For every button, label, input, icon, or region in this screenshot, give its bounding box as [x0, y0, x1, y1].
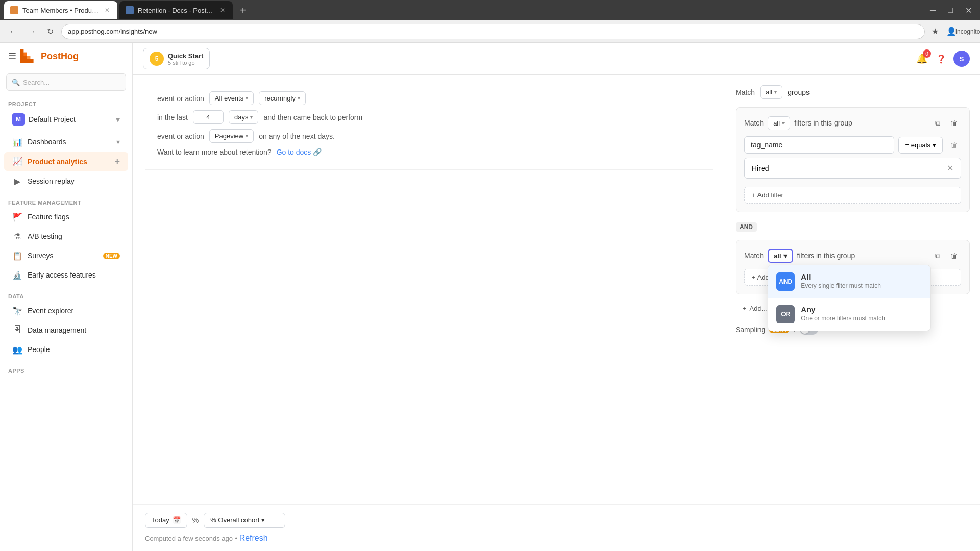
tab-2[interactable]: Retention - Docs - PostHog ✕	[119, 1, 233, 19]
project-selector[interactable]: M Default Project ▾	[8, 110, 124, 129]
product-analytics-icon: 📈	[12, 157, 22, 167]
go-to-docs-label: Go to docs	[277, 148, 311, 156]
today-button[interactable]: Today 📅	[145, 513, 187, 528]
tag-name-delete-button[interactable]: 🗑	[947, 138, 961, 152]
equals-chevron-icon: ▾	[933, 141, 936, 149]
sidebar-item-early-access[interactable]: 🔬 Early access features	[4, 266, 128, 284]
group1-match-chevron: ▾	[782, 120, 785, 126]
back-button[interactable]: ←	[6, 24, 20, 39]
search-bar[interactable]: 🔍 Search...	[6, 73, 126, 91]
sidebar-item-product-analytics[interactable]: 📈 Product analytics +	[4, 152, 128, 171]
browser-chrome: Team Members • Product analy... ✕ Retent…	[0, 0, 980, 43]
all-events-select[interactable]: All events ▾	[209, 91, 254, 105]
quick-start-button[interactable]: 5 Quick Start 5 still to go	[143, 48, 210, 69]
group2-filters-label: filters in this group	[797, 252, 855, 260]
sidebar-item-dashboards[interactable]: 📊 Dashboards ▾	[4, 133, 128, 151]
hamburger-button[interactable]: ☰	[8, 51, 16, 62]
tab-1[interactable]: Team Members • Product analy... ✕	[4, 1, 117, 19]
go-to-docs-link[interactable]: Go to docs 🔗	[277, 148, 322, 156]
logo: PostHog	[20, 49, 79, 63]
tab-2-close[interactable]: ✕	[218, 6, 227, 14]
all-events-value: All events	[215, 94, 243, 102]
sidebar-item-session-replay[interactable]: ▶ Session replay	[4, 172, 128, 190]
url-text: app.posthog.com/insights/new	[68, 28, 157, 35]
help-button[interactable]: ❓	[935, 53, 947, 65]
equals-operator-value: = equals	[905, 141, 930, 149]
maximize-button[interactable]: □	[944, 4, 957, 17]
group2-match-button[interactable]: all ▾	[768, 249, 793, 263]
dropdown-item-all[interactable]: AND All Every single filter must match	[768, 265, 930, 298]
group2-copy-button[interactable]: ⧉	[930, 248, 945, 263]
sidebar-item-ab-testing[interactable]: ⚗ A/B testing	[4, 227, 128, 245]
sidebar-item-feature-flags[interactable]: 🚩 Feature flags	[4, 208, 128, 226]
group2-match-dropdown: all ▾ AND All Every single filter must m…	[768, 249, 793, 263]
sidebar-item-data-management[interactable]: 🗄 Data management	[4, 321, 128, 339]
refresh-link[interactable]: Refresh	[239, 534, 268, 542]
feature-flags-icon: 🚩	[12, 212, 22, 222]
sidebar-item-surveys[interactable]: 📋 Surveys NEW	[4, 246, 128, 265]
tab-1-close[interactable]: ✕	[103, 6, 111, 14]
dashboards-chevron-icon: ▾	[116, 138, 120, 146]
product-analytics-add-icon[interactable]: +	[114, 156, 120, 167]
search-placeholder: Search...	[23, 79, 50, 86]
sidebar-item-people-label: People	[28, 345, 50, 354]
equals-operator-select[interactable]: = equals ▾	[898, 137, 943, 154]
today-label: Today	[152, 516, 169, 524]
sidebar-item-dashboards-label: Dashboards	[28, 138, 66, 146]
dropdown-any-title: Any	[801, 305, 885, 314]
group1-match-label: Match	[744, 119, 764, 127]
event-explorer-icon: 🔭	[12, 306, 22, 316]
pageview-select[interactable]: Pageview ▾	[209, 129, 254, 143]
quick-start-icon: 5	[150, 52, 164, 66]
hired-remove-button[interactable]: ✕	[947, 163, 953, 173]
days-number-input[interactable]	[193, 110, 224, 124]
days-unit-select[interactable]: days ▾	[229, 110, 258, 124]
match-all-select-1[interactable]: all ▾	[760, 85, 782, 99]
dropdown-all-text: All Every single filter must match	[801, 272, 881, 289]
notifications-button[interactable]: 🔔 0	[915, 52, 929, 66]
group1-copy-button[interactable]: ⧉	[930, 116, 945, 130]
nav-bar: ← → ↻ app.posthog.com/insights/new ★ 👤 I…	[0, 20, 980, 43]
new-tab-button[interactable]: +	[235, 2, 251, 18]
group1-add-filter-label: + Add filter	[752, 191, 783, 199]
tag-name-input[interactable]	[744, 136, 894, 154]
address-bar[interactable]: app.posthog.com/insights/new	[61, 24, 925, 39]
computed-text: Computed a few seconds ago	[145, 535, 233, 542]
sidebar: ☰ PostHog 🔍 Search... PROJECT M Default …	[0, 43, 133, 551]
filter-row-2: in the last days ▾ and then came back to…	[157, 110, 700, 124]
tab-bar: Team Members • Product analy... ✕ Retent…	[0, 0, 980, 20]
app-header: 5 Quick Start 5 still to go 🔔 0 ❓ S	[133, 43, 980, 75]
user-avatar[interactable]: S	[953, 51, 970, 67]
or-badge: OR	[776, 305, 795, 323]
sidebar-item-people[interactable]: 👥 People	[4, 340, 128, 359]
recurringly-select[interactable]: recurringly ▾	[259, 91, 306, 105]
surveys-new-badge: NEW	[103, 253, 120, 259]
people-icon: 👥	[12, 344, 22, 355]
group1-add-filter-button[interactable]: + Add filter	[744, 187, 961, 204]
close-window-button[interactable]: ✕	[961, 4, 976, 17]
forward-button[interactable]: →	[24, 24, 39, 39]
search-icon: 🔍	[12, 79, 20, 86]
group1-delete-button[interactable]: 🗑	[947, 116, 961, 130]
group1-match-select[interactable]: all ▾	[768, 116, 790, 130]
window-controls: ─ □ ✕	[926, 4, 976, 17]
and-label: AND	[736, 222, 757, 232]
group2-delete-button[interactable]: 🗑	[947, 248, 961, 263]
group2-actions: ⧉ 🗑	[930, 248, 961, 263]
pageview-chevron-icon: ▾	[246, 133, 248, 139]
project-chevron-icon: ▾	[116, 115, 120, 124]
reload-button[interactable]: ↻	[43, 24, 57, 39]
bookmark-icon[interactable]: ★	[929, 26, 941, 38]
hired-tag: Hired ✕	[744, 158, 961, 179]
dropdown-item-any[interactable]: OR Any One or more filters must match	[768, 298, 930, 331]
minimize-button[interactable]: ─	[926, 4, 940, 17]
sidebar-item-event-explorer[interactable]: 🔭 Event explorer	[4, 302, 128, 320]
ab-testing-icon: ⚗	[12, 231, 22, 241]
app: ☰ PostHog 🔍 Search... PROJECT M Default …	[0, 43, 980, 551]
percent-sign: %	[192, 516, 199, 524]
hired-value: Hired	[752, 164, 769, 172]
cohort-select[interactable]: % Overall cohort ▾	[204, 513, 285, 528]
dropdown-all-desc: Every single filter must match	[801, 282, 881, 289]
dot-separator: •	[235, 535, 239, 542]
sidebar-item-surveys-label: Surveys	[28, 252, 54, 260]
